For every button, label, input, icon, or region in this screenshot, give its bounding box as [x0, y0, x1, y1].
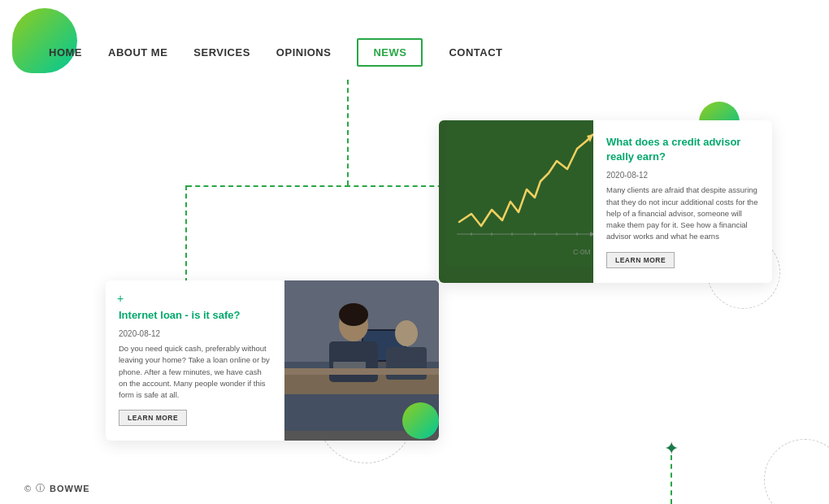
vertical-line-bottom — [671, 455, 672, 504]
footer-copyright-icon: © — [24, 484, 31, 493]
nav-item-opinions[interactable]: OPINIONS — [276, 45, 332, 59]
nav-item-contact[interactable]: CONTACT — [449, 45, 502, 59]
card-credit-advisor-content: What does a credit advisor really earn? … — [593, 120, 772, 283]
blob-decoration-middle — [402, 402, 439, 439]
card-credit-advisor-date: 2020-08-12 — [606, 171, 759, 180]
svg-text:C·0M: C·0M — [573, 248, 591, 256]
blob-decoration-top-left — [12, 8, 77, 73]
chalkboard-chart-icon: C·0M — [447, 120, 593, 267]
card-credit-advisor-image: C·0M — [439, 120, 593, 283]
card-internet-loan-text: Do you need quick cash, preferably witho… — [119, 343, 271, 401]
footer: © ⓘ BOWWE — [24, 482, 90, 494]
circle-outline-bottom-right — [764, 439, 829, 504]
card-internet-loan-date: 2020-08-12 — [119, 329, 271, 338]
dashed-corner-left — [185, 185, 187, 283]
footer-info-icon: ⓘ — [36, 482, 45, 494]
dashed-line-horizontal-left — [187, 185, 349, 187]
card-internet-loan-content: + Internet loan - is it safe? 2020-08-12… — [106, 280, 284, 441]
plus-icon: + — [117, 292, 124, 305]
nav-item-home[interactable]: HOME — [49, 45, 82, 59]
svg-rect-0 — [447, 120, 593, 267]
dashed-line-horizontal-right — [345, 185, 451, 187]
card-credit-advisor-text: Many clients are afraid that despite ass… — [606, 185, 759, 242]
dashed-line-vertical — [347, 80, 349, 185]
nav-item-about[interactable]: ABOUT ME — [108, 45, 167, 59]
nav-item-services[interactable]: SERVICES — [193, 45, 250, 59]
card-internet-loan: + Internet loan - is it safe? 2020-08-12… — [106, 280, 439, 441]
footer-logo: BOWWE — [50, 484, 90, 493]
card-credit-advisor-title: What does a credit advisor really earn? — [606, 135, 759, 164]
main-navigation: HOME ABOUT ME SERVICES OPINIONS NEWS CON… — [49, 45, 780, 59]
card-credit-advisor: C·0M What does a credit advisor really e… — [439, 120, 772, 283]
card-internet-loan-title: Internet loan - is it safe? — [119, 308, 271, 323]
nav-item-news[interactable]: NEWS — [357, 45, 423, 59]
card-internet-loan-learn-more[interactable]: LEARN MORE — [119, 410, 187, 426]
card-credit-advisor-learn-more[interactable]: LEARN MORE — [606, 252, 675, 268]
